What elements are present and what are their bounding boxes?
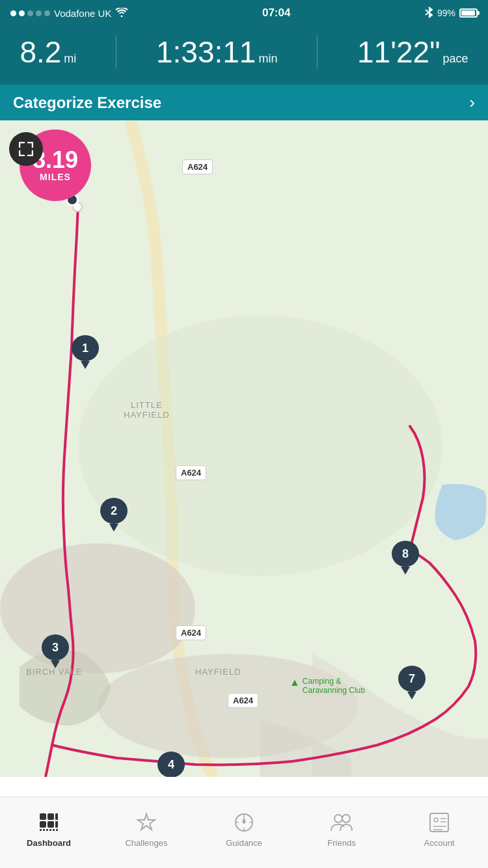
mile-marker-8: 8 — [390, 541, 420, 575]
distance-value: 8.2mi — [20, 37, 76, 67]
account-icon — [427, 811, 451, 834]
bluetooth-icon — [424, 7, 433, 20]
place-label-hayfield: Hayfield — [195, 667, 241, 677]
nav-label-challenges: Challenges — [125, 838, 167, 848]
svg-rect-17 — [55, 821, 58, 828]
svg-point-27 — [342, 815, 350, 822]
divider-1 — [116, 36, 116, 68]
mile-marker-3: 3 — [40, 634, 70, 668]
nav-label-account: Account — [424, 838, 455, 848]
challenges-icon — [135, 811, 158, 834]
pace-stat: 11'22"pace — [357, 37, 468, 67]
time-display: 07:04 — [262, 7, 290, 20]
svg-rect-9 — [47, 821, 54, 828]
mile-marker-2: 2 — [99, 498, 129, 532]
svg-point-4 — [0, 543, 195, 673]
nav-item-guidance[interactable]: Guidance — [195, 811, 293, 854]
battery-percentage: 99% — [437, 8, 455, 18]
map-area: A624 A624 A624 A624 LittleHayfield Hayfi… — [0, 120, 488, 777]
svg-rect-8 — [40, 821, 46, 828]
nav-label-guidance: Guidance — [226, 838, 262, 848]
svg-rect-15 — [56, 829, 58, 831]
svg-point-29 — [434, 818, 438, 822]
road-label-a624-top: A624 — [182, 159, 213, 174]
svg-rect-11 — [43, 829, 45, 831]
bottom-nav: Dashboard Challenges Guidance — [0, 796, 488, 868]
signal-dots — [10, 10, 50, 16]
mile-marker-4: 4 — [156, 752, 186, 777]
svg-rect-16 — [55, 813, 58, 820]
guidance-icon — [232, 811, 256, 834]
svg-rect-7 — [47, 813, 54, 820]
nav-item-dashboard[interactable]: Dashboard — [0, 811, 98, 854]
svg-line-1 — [426, 12, 429, 15]
camping-label: ▲ Camping &Caravanning Club — [290, 677, 365, 695]
duration-value: 1:33:11min — [156, 37, 278, 67]
battery-icon — [459, 8, 478, 18]
badge-distance-unit: MILES — [40, 172, 71, 182]
road-label-a624-bottom: A624 — [228, 693, 258, 708]
nav-item-account[interactable]: Account — [390, 811, 488, 854]
road-label-a624-lower: A624 — [176, 625, 206, 640]
chevron-right-icon: › — [469, 92, 475, 113]
stats-bar: 8.2mi 1:33:11min 11'22"pace — [0, 26, 488, 85]
pace-value: 11'22"pace — [357, 37, 468, 67]
nav-item-challenges[interactable]: Challenges — [98, 811, 195, 854]
mile-marker-7: 7 — [397, 666, 427, 699]
wifi-icon — [115, 8, 128, 19]
svg-rect-13 — [49, 829, 51, 831]
dashboard-icon — [37, 811, 61, 834]
friends-icon — [330, 811, 353, 834]
expand-button[interactable] — [9, 132, 43, 166]
place-label-little-hayfield: LittleHayfield — [124, 400, 170, 420]
categorize-title: Categorize Exercise — [13, 94, 161, 112]
svg-marker-25 — [242, 817, 246, 822]
carrier-label: Vodafone UK — [54, 8, 111, 19]
nav-label-friends: Friends — [327, 838, 355, 848]
place-label-birch-vale: Birch Vale — [26, 667, 82, 677]
road-label-a624-mid: A624 — [176, 465, 206, 480]
distance-stat: 8.2mi — [20, 37, 76, 67]
status-left: Vodafone UK — [10, 8, 128, 19]
svg-rect-10 — [40, 829, 42, 831]
svg-point-3 — [78, 316, 442, 576]
svg-rect-6 — [40, 813, 46, 820]
svg-point-26 — [334, 815, 342, 822]
divider-2 — [317, 36, 318, 68]
categorize-bar[interactable]: Categorize Exercise › — [0, 85, 488, 120]
status-bar: Vodafone UK 07:04 99% — [0, 0, 488, 26]
duration-stat: 1:33:11min — [156, 37, 278, 67]
status-right: 99% — [424, 7, 478, 20]
svg-marker-18 — [138, 814, 155, 830]
svg-rect-12 — [46, 829, 48, 831]
nav-item-friends[interactable]: Friends — [293, 811, 390, 854]
svg-rect-14 — [53, 829, 55, 831]
mile-marker-1: 1 — [70, 335, 100, 369]
nav-label-dashboard: Dashboard — [27, 838, 71, 848]
svg-rect-28 — [430, 813, 448, 832]
